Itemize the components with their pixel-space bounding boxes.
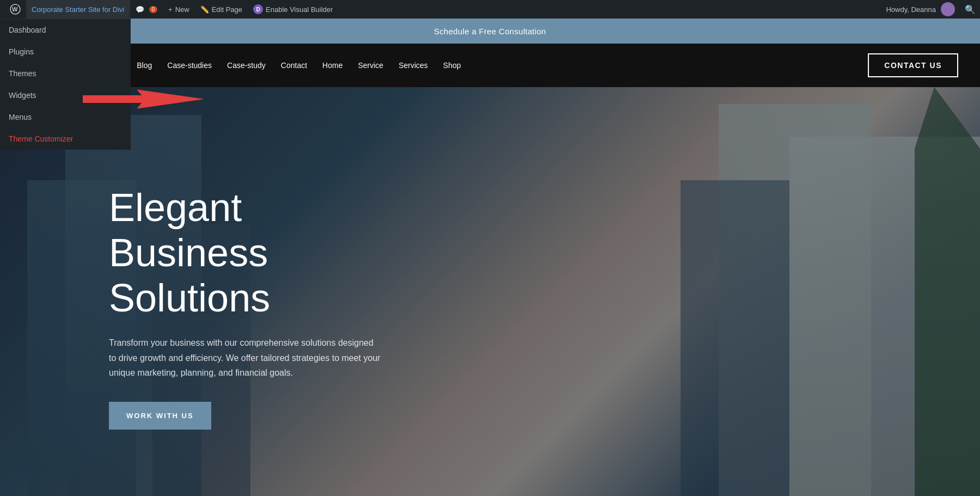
edit-page-label: Edit Page bbox=[212, 5, 242, 14]
top-bar-text: Schedule a Free Consultation bbox=[434, 27, 546, 36]
hero-title: Elegant Business Solutions bbox=[109, 185, 381, 320]
nav-service[interactable]: Service bbox=[358, 61, 383, 70]
work-with-us-button[interactable]: WORK WITH US bbox=[109, 402, 211, 430]
dropdown-item-themes[interactable]: Themes bbox=[0, 63, 131, 84]
dropdown-item-widgets[interactable]: Widgets bbox=[0, 84, 131, 106]
site-header: DIVI About Blog Case-studies Case-study … bbox=[0, 44, 980, 87]
enable-visual-builder-bar-item[interactable]: D Enable Visual Builder bbox=[248, 0, 338, 19]
contact-us-button[interactable]: CONTACT US bbox=[868, 53, 958, 77]
site-name-text: Corporate Starter Site for Divi bbox=[32, 5, 125, 14]
dashboard-label: Dashboard bbox=[9, 26, 46, 34]
comments-icon: 💬 bbox=[136, 5, 144, 14]
themes-label: Themes bbox=[9, 69, 36, 78]
admin-bar-right: Howdy, Deanna 🔍 bbox=[880, 0, 976, 19]
site-name-bar-item[interactable]: Corporate Starter Site for Divi bbox=[26, 0, 130, 19]
nav-services[interactable]: Services bbox=[399, 61, 428, 70]
site-nav: About Blog Case-studies Case-study Conta… bbox=[102, 61, 868, 70]
dropdown-item-theme-customizer[interactable]: Theme Customizer bbox=[0, 128, 131, 150]
admin-bar: W Corporate Starter Site for Divi 💬 0 + … bbox=[0, 0, 980, 19]
new-bar-item[interactable]: + New bbox=[163, 0, 195, 19]
widgets-label: Widgets bbox=[9, 91, 36, 100]
nav-case-study[interactable]: Case-study bbox=[227, 61, 266, 70]
nav-home[interactable]: Home bbox=[322, 61, 342, 70]
theme-customizer-label: Theme Customizer bbox=[9, 134, 73, 143]
new-label: New bbox=[175, 5, 189, 14]
wp-logo-item[interactable]: W bbox=[4, 0, 26, 19]
dropdown-item-plugins[interactable]: Plugins bbox=[0, 41, 131, 63]
nav-contact[interactable]: Contact bbox=[281, 61, 307, 70]
avatar bbox=[941, 2, 955, 16]
comments-bar-item[interactable]: 💬 0 bbox=[130, 0, 163, 19]
pencil-icon: ✏️ bbox=[200, 5, 209, 14]
top-bar: Schedule a Free Consultation bbox=[0, 19, 980, 44]
dropdown-item-menus[interactable]: Menus bbox=[0, 106, 131, 128]
hero-section: Elegant Business Solutions Transform you… bbox=[0, 87, 980, 496]
enable-visual-builder-label: Enable Visual Builder bbox=[266, 5, 333, 14]
howdy-item[interactable]: Howdy, Deanna bbox=[880, 0, 960, 19]
divi-icon: D bbox=[253, 4, 263, 14]
nav-case-studies[interactable]: Case-studies bbox=[167, 61, 212, 70]
search-icon[interactable]: 🔍 bbox=[965, 4, 976, 15]
nav-shop[interactable]: Shop bbox=[443, 61, 461, 70]
comments-badge: 0 bbox=[149, 6, 158, 13]
svg-text:W: W bbox=[12, 6, 18, 13]
plugins-label: Plugins bbox=[9, 47, 34, 56]
hero-description: Transform your business with our compreh… bbox=[109, 335, 381, 380]
dropdown-item-dashboard[interactable]: Dashboard bbox=[0, 19, 131, 41]
edit-page-bar-item[interactable]: ✏️ Edit Page bbox=[195, 0, 248, 19]
howdy-text: Howdy, Deanna bbox=[886, 5, 936, 14]
plus-icon: + bbox=[168, 5, 173, 14]
dropdown-menu: Dashboard Plugins Themes Widgets Menus T… bbox=[0, 19, 131, 150]
menus-label: Menus bbox=[9, 113, 32, 121]
nav-blog[interactable]: Blog bbox=[137, 61, 152, 70]
